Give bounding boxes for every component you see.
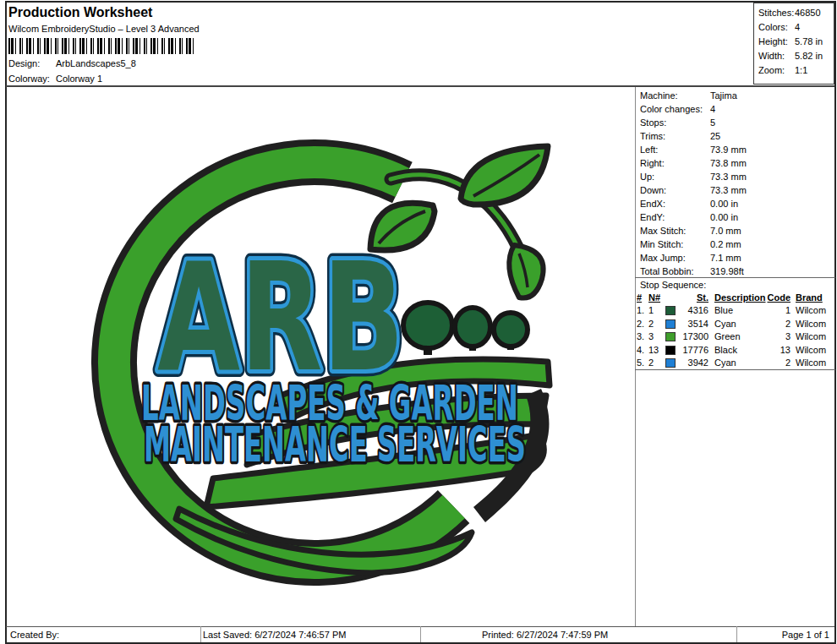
created-by-label: Created By: [10, 630, 59, 640]
logo-tagline-2: MAINTENANCE SERVICES [144, 417, 526, 472]
printed-text: Printed: 6/27/2024 7:47:59 PM [482, 630, 608, 640]
logo-taglines: LANDSCAPES & GARDEN MAINTENANCE SERVICES [141, 375, 526, 472]
design-preview: ARB ARB LANDSCAPES & GARDEN MAINTENANCE … [0, 0, 837, 644]
tree-icon [403, 303, 528, 355]
footer-cell-divider [420, 626, 421, 642]
last-saved-text: Last Saved: 6/27/2024 7:46:57 PM [203, 630, 346, 640]
footer-cell-divider [200, 626, 201, 642]
page-number: Page 1 of 1 [736, 630, 833, 640]
production-worksheet-page: Production Worksheet Wilcom EmbroiderySt… [0, 0, 837, 644]
